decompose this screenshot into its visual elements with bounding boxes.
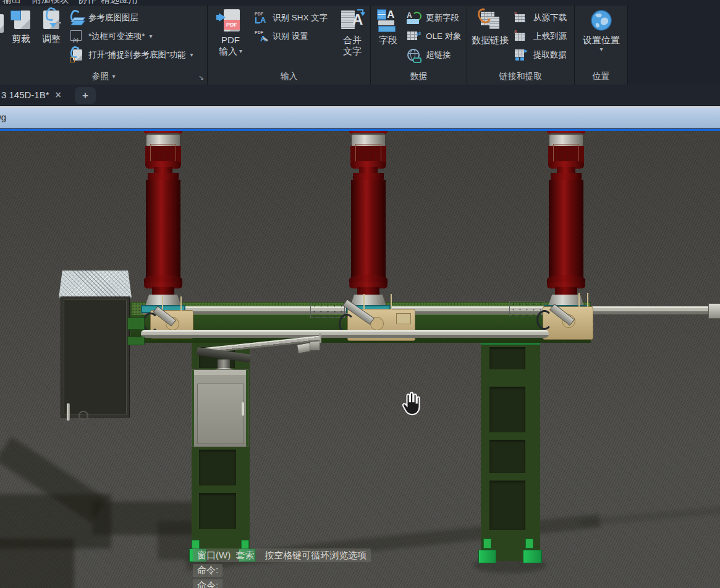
control-cabinet-top xyxy=(59,271,132,298)
leg-foot xyxy=(478,550,496,563)
caret-down-icon: ▾ xyxy=(112,74,115,80)
hyperlink-item[interactable]: 超链接 xyxy=(407,46,466,64)
pan-hand-cursor xyxy=(399,391,422,417)
ribbon-tab-addins[interactable]: 附加模块 xyxy=(32,0,69,6)
field-icon: A xyxy=(377,9,399,32)
recognize-shx-icon: PDF A xyxy=(255,11,268,25)
cast-shadow xyxy=(0,539,74,588)
panel-location: 设置位置 ▾ 位置 xyxy=(575,6,628,85)
ribbon-tab-collaborate[interactable]: 协作 xyxy=(78,0,96,6)
combine-text-button[interactable]: A 合并 文字 xyxy=(337,9,367,57)
drawing-viewport[interactable]: 窗口(W) 套索 按空格键可循环浏览选项 命令: 命令: xyxy=(0,131,720,588)
panel-link-extract-footer[interactable]: 链接和提取 xyxy=(467,69,574,85)
control-cabinet[interactable] xyxy=(61,296,130,418)
ole-object-icon: ⇄ xyxy=(407,30,421,43)
extract-data-icon: ➤ xyxy=(514,48,529,62)
mech-pin xyxy=(587,293,588,308)
panel-import: PDF PDF 输入 ▾ PDF A 识别 S xyxy=(208,6,371,85)
caret-down-icon: ▾ xyxy=(190,52,193,58)
autocad-window: 输出 附加模块 协作 精选应用 剪裁 xyxy=(0,0,720,588)
panel-link-extract: 数据链接 8 ↓ 从源下载 8 xyxy=(467,6,575,85)
file-tab-active[interactable]: 3 145D-1B* × xyxy=(0,85,67,105)
operator-cabinet-door xyxy=(197,384,244,444)
document-title-text: wg xyxy=(0,112,6,122)
upload-to-source-icon: 8 ↑ xyxy=(514,30,529,43)
insulator-column-right[interactable] xyxy=(544,131,588,314)
ribbon-tab-row: 输出 附加模块 协作 精选应用 xyxy=(0,0,720,6)
operator-cabinet[interactable] xyxy=(192,369,248,447)
new-tab-button[interactable]: + xyxy=(75,87,96,104)
data-link-icon xyxy=(478,9,502,32)
panel-import-footer[interactable]: 输入 xyxy=(208,69,370,85)
frames-vary-item[interactable]: (x) *边框可变选项* ▾ xyxy=(69,27,206,46)
insulator-column-center[interactable] xyxy=(346,131,391,314)
command-line-echo: 命令: xyxy=(193,564,222,577)
panel-reference-footer[interactable]: 参照 ▾ xyxy=(0,69,207,85)
update-field-icon: A xyxy=(407,11,421,25)
underlay-layers-icon xyxy=(69,11,84,25)
panel-reference: 剪裁 调整 xyxy=(0,6,208,85)
globe-icon xyxy=(590,9,612,32)
dialog-launcher-icon[interactable]: ↘ xyxy=(198,74,204,82)
clip-icon xyxy=(11,9,32,30)
cabinet-bracket xyxy=(127,317,145,330)
caret-down-icon: ▾ xyxy=(150,33,153,40)
beam-bracket xyxy=(310,303,345,318)
adjust-label: 调整 xyxy=(42,33,61,44)
ribbon-tab-output[interactable]: 输出 xyxy=(2,0,21,6)
titlebar-accent-line xyxy=(0,128,720,131)
document-titlebar: wg xyxy=(0,107,720,128)
recognition-settings-icon: PDF A xyxy=(255,30,268,43)
operator-cabinet-handle xyxy=(242,402,244,416)
cabinet-bracket xyxy=(127,337,145,345)
file-tab-label: 3 145D-1B* xyxy=(1,90,49,100)
pdf-import-button[interactable]: PDF PDF 输入 ▾ xyxy=(213,9,248,57)
ole-object-item[interactable]: ⇄ OLE 对象 xyxy=(407,27,466,46)
adjust-button[interactable]: 调整 xyxy=(38,9,65,44)
leg-foot-tab xyxy=(483,539,491,548)
underlay-layers-item[interactable]: 参考底图图层 xyxy=(69,9,206,27)
operating-rod-upper[interactable] xyxy=(141,306,720,314)
panel-data-footer[interactable]: 数据 xyxy=(371,69,467,85)
mech-pin xyxy=(578,293,580,308)
clip-label: 剪裁 xyxy=(12,33,30,44)
ribbon-panels: 剪裁 调整 xyxy=(0,6,628,85)
snap-to-underlay-item[interactable]: 打开“捕捉到参考底图”功能 ▾ xyxy=(69,46,206,64)
download-from-source-icon: 8 ↓ xyxy=(514,11,529,25)
panel-data: A 字段 A 更新字段 xyxy=(371,6,467,85)
pdf-import-icon: PDF xyxy=(220,9,241,32)
clip-button[interactable]: 剪裁 xyxy=(7,9,35,44)
cabinet-door xyxy=(64,300,127,414)
adjust-icon xyxy=(41,9,62,30)
mech-pin xyxy=(363,294,365,310)
upload-to-source-item[interactable]: 8 ↑ 上载到源 xyxy=(514,27,574,46)
caret-down-icon: ▾ xyxy=(599,46,603,52)
panel-location-footer[interactable]: 位置 xyxy=(575,69,627,85)
mech-pin xyxy=(180,296,182,311)
insulator-column-left[interactable] xyxy=(141,131,185,314)
right-support-leg[interactable] xyxy=(481,341,540,561)
frames-vary-icon: (x) xyxy=(69,30,84,43)
cabinet-emblem xyxy=(78,411,88,421)
set-location-button[interactable]: 设置位置 ▾ xyxy=(577,9,626,52)
data-link-button[interactable]: 数据链接 xyxy=(470,9,510,46)
operating-rod-lower[interactable] xyxy=(141,330,549,338)
field-button[interactable]: A 字段 xyxy=(374,9,402,46)
leg-foot-tab xyxy=(525,539,533,548)
plus-icon: + xyxy=(82,90,88,102)
rod-coupler xyxy=(708,303,720,319)
combine-text-icon: A xyxy=(341,9,363,32)
update-field-item[interactable]: A 更新字段 xyxy=(407,9,466,27)
command-line-echo: 命令: xyxy=(193,579,222,588)
close-icon[interactable]: × xyxy=(56,90,61,101)
extract-data-item[interactable]: ➤ 提取数据 xyxy=(514,46,574,64)
ribbon: 输出 附加模块 协作 精选应用 剪裁 xyxy=(0,0,720,85)
recognize-shx-item[interactable]: PDF A 识别 SHX 文字 xyxy=(255,9,339,27)
download-from-source-item[interactable]: 8 ↓ 从源下载 xyxy=(514,9,574,27)
command-prompt-options: 窗口(W) 套索 按空格键可循环浏览选项 xyxy=(193,548,371,562)
clipped-edge-icon xyxy=(0,14,4,35)
ribbon-tab-featured-apps[interactable]: 精选应用 xyxy=(101,0,138,6)
recognition-settings-item[interactable]: PDF A 识别 设置 xyxy=(255,27,339,46)
caret-down-icon: ▾ xyxy=(239,48,242,54)
hyperlink-icon xyxy=(407,48,421,62)
